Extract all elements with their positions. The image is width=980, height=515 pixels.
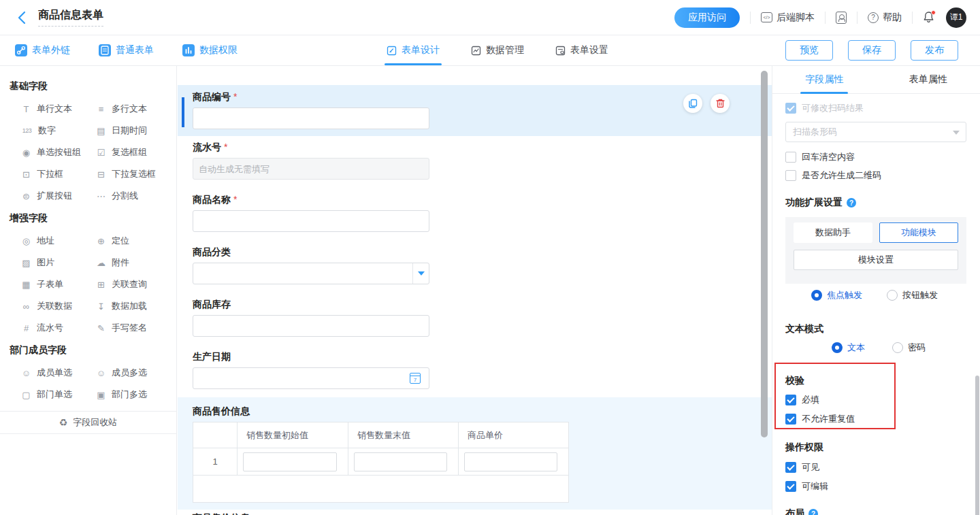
sidebar-item-member-single[interactable]: ☺成员单选: [20, 362, 95, 384]
data-permission-button[interactable]: 数据权限: [182, 44, 238, 56]
sidebar-item-address[interactable]: ◎地址: [20, 230, 95, 252]
number-icon: 123: [20, 127, 33, 134]
sidebar-item-checkbox-group[interactable]: ☑复选框组: [95, 142, 176, 163]
link-icon: [15, 44, 27, 56]
sidebar-item-divider-line[interactable]: ⋯分割线: [95, 185, 176, 207]
backend-script-button[interactable]: </> 后端脚本: [761, 12, 815, 24]
product-category-select[interactable]: [193, 263, 429, 284]
unit-price-input[interactable]: [464, 452, 557, 471]
calendar-icon[interactable]: 7: [410, 373, 421, 384]
preview-button[interactable]: 预览: [785, 40, 833, 61]
editable-option[interactable]: 可编辑: [785, 481, 966, 492]
trigger-button-option[interactable]: 按钮触发: [887, 289, 938, 301]
sidebar-item-serial-number[interactable]: #流水号: [20, 317, 95, 339]
function-module-button[interactable]: 功能模块: [879, 222, 958, 243]
help-circle-icon[interactable]: ?: [808, 509, 818, 515]
sidebar-item-related-data[interactable]: ∞关联数据: [20, 295, 95, 317]
avatar[interactable]: 谭1: [946, 7, 966, 28]
sidebar-item-subform[interactable]: ▦子表单: [20, 273, 95, 295]
copy-field-button[interactable]: [683, 94, 702, 113]
radio-unselected[interactable]: [887, 290, 898, 301]
checkbox-checked[interactable]: [785, 395, 796, 405]
related-query-icon: ⊞: [95, 280, 107, 290]
save-button[interactable]: 保存: [848, 40, 896, 61]
checkbox-unchecked[interactable]: [785, 152, 796, 163]
sidebar-item-location[interactable]: ⊕定位: [95, 230, 176, 252]
sidebar-item-dropdown-multi[interactable]: ⊟下拉复选框: [95, 163, 176, 185]
sidebar-item-related-query[interactable]: ⊞关联查询: [95, 273, 176, 295]
canvas-scrollbar[interactable]: [761, 71, 768, 437]
subform-product-price-info[interactable]: 商品售价信息 销售数量初始值 销售数量末值 商品单价 1: [178, 397, 772, 510]
tab-data-management[interactable]: 数据管理: [471, 36, 524, 65]
sidebar-item-dept-multi[interactable]: ▣部门多选: [95, 384, 176, 405]
allow-qrcode-option[interactable]: 是否允许生成二维码: [785, 170, 966, 181]
publish-button[interactable]: 发布: [911, 40, 958, 61]
field-product-code[interactable]: 商品编号*: [178, 85, 772, 136]
field-recycle-bin-button[interactable]: ♻ 字段回收站: [0, 412, 176, 434]
sidebar-item-radio-group[interactable]: ◉单选按钮组: [20, 142, 95, 163]
sales-qty-start-input[interactable]: [243, 452, 337, 471]
checkbox-checked[interactable]: [785, 462, 796, 473]
tab-field-properties[interactable]: 字段属性: [772, 66, 877, 93]
delete-field-button[interactable]: [710, 94, 730, 113]
text-mode-text-option[interactable]: 文本: [832, 342, 865, 354]
dropdown-caret-button[interactable]: [412, 263, 429, 284]
data-assistant-button[interactable]: 数据助手: [794, 222, 872, 243]
field-label: 生产日期: [193, 351, 231, 362]
tab-form-settings[interactable]: 表单设置: [555, 36, 608, 65]
radio-selected[interactable]: [832, 342, 843, 353]
clear-on-enter-option[interactable]: 回车清空内容: [785, 152, 966, 163]
field-library-sidebar: 基础字段 T单行文本 ≡多行文本 123数字 ▤日期时间 ◉单选按钮组 ☑复选框…: [0, 66, 177, 515]
sales-qty-end-input[interactable]: [354, 452, 447, 471]
help-button[interactable]: ? 帮助: [868, 12, 902, 24]
checkbox-unchecked[interactable]: [785, 170, 796, 181]
divider: [857, 12, 858, 24]
sidebar-item-single-line-text[interactable]: T单行文本: [20, 98, 95, 120]
sidebar-item-dept-single[interactable]: ▢部门单选: [20, 384, 95, 405]
visible-option[interactable]: 可见: [785, 462, 966, 473]
checkbox-checked[interactable]: [785, 481, 796, 492]
product-code-input[interactable]: [193, 107, 429, 129]
form-external-link-button[interactable]: 表单外链: [15, 44, 70, 56]
copy-icon: [687, 98, 698, 109]
attachment-icon: ☁: [95, 258, 107, 268]
sidebar-item-member-multi[interactable]: ☺成员多选: [95, 362, 176, 384]
product-name-input[interactable]: [193, 210, 429, 232]
scan-editable-option[interactable]: 可修改扫码结果: [785, 103, 966, 114]
tab-form-design[interactable]: 表单设计: [387, 36, 440, 65]
no-duplicate-option[interactable]: 不允许重复值: [785, 414, 966, 425]
sidebar-item-number[interactable]: 123数字: [20, 120, 95, 142]
sidebar-item-multi-line-text[interactable]: ≡多行文本: [95, 98, 176, 120]
notification-bell-button[interactable]: [923, 11, 935, 24]
tab-form-properties[interactable]: 表单属性: [877, 66, 980, 93]
sidebar-item-attachment[interactable]: ☁附件: [95, 252, 176, 273]
sidebar-item-datetime[interactable]: ▤日期时间: [95, 120, 176, 142]
sidebar-item-extend-button[interactable]: ⊜扩展按钮: [20, 185, 95, 207]
field-serial-number[interactable]: 流水号*: [193, 142, 772, 180]
required-option[interactable]: 必填: [785, 395, 966, 405]
page-title[interactable]: 商品信息表单: [38, 8, 103, 27]
help-circle-icon[interactable]: ?: [847, 198, 856, 207]
radio-unselected[interactable]: [892, 342, 903, 353]
sidebar-item-image[interactable]: ▨图片: [20, 252, 95, 273]
properties-panel: 字段属性 表单属性 可修改扫码结果 扫描条形码 回车清空内容 是否允许生成二维码…: [772, 66, 980, 515]
sidebar-item-data-load[interactable]: ↧数据加载: [95, 295, 176, 317]
field-product-category[interactable]: 商品分类: [193, 246, 772, 284]
field-product-stock[interactable]: 商品库存: [193, 299, 772, 337]
sidebar-item-signature[interactable]: ✎手写签名: [95, 317, 176, 339]
app-access-button[interactable]: 应用访问: [674, 7, 740, 28]
checkbox-checked[interactable]: [785, 414, 796, 425]
trigger-focus-option[interactable]: 焦点触发: [811, 289, 862, 301]
normal-form-button[interactable]: 普通表单: [99, 44, 154, 56]
product-stock-input[interactable]: [193, 315, 429, 337]
field-production-date[interactable]: 生产日期 7: [193, 351, 772, 389]
text-mode-password-option[interactable]: 密码: [892, 342, 926, 354]
panel-scrollbar[interactable]: [975, 376, 979, 515]
back-button[interactable]: [18, 10, 27, 25]
contacts-button[interactable]: [836, 12, 847, 24]
production-date-input[interactable]: [193, 367, 429, 389]
module-settings-button[interactable]: 模块设置: [794, 250, 958, 270]
field-product-name[interactable]: 商品名称*: [193, 194, 772, 232]
sidebar-item-dropdown[interactable]: ⊡下拉框: [20, 163, 95, 185]
radio-selected[interactable]: [811, 290, 822, 301]
